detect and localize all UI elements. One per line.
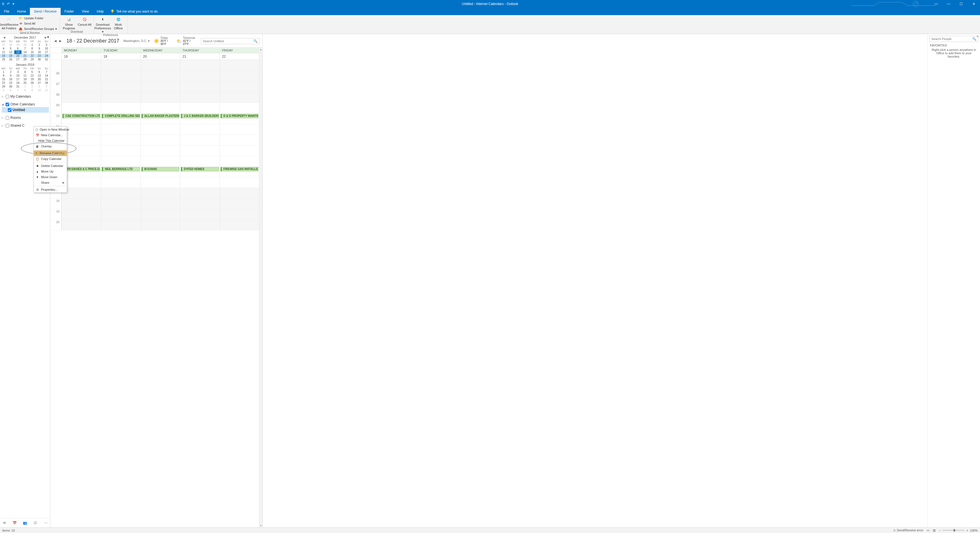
minical-day[interactable]: 30 <box>36 57 43 61</box>
time-slot[interactable] <box>101 199 140 209</box>
time-slot[interactable] <box>220 209 259 220</box>
minical-day[interactable]: 25 <box>0 57 7 61</box>
time-slot[interactable] <box>101 81 140 92</box>
untitled-checkbox[interactable] <box>8 108 11 112</box>
download-preferences-button[interactable]: ⬇Download Preferences▾ <box>95 16 110 34</box>
rooms-checkbox[interactable] <box>6 116 9 120</box>
tell-me-search[interactable]: 💡 Tell me what you want to do <box>110 8 158 15</box>
shared-checkbox[interactable] <box>6 124 9 128</box>
calendar-event[interactable]: DYFED HOMES <box>181 167 219 171</box>
time-slot[interactable] <box>180 135 219 145</box>
hour-row[interactable]: 11 <box>50 124 259 135</box>
time-slot[interactable] <box>62 177 101 188</box>
time-slot[interactable] <box>220 145 259 156</box>
minical-day[interactable]: 28 <box>22 57 29 61</box>
minical-day[interactable]: 8 <box>29 47 36 50</box>
minical-day[interactable]: 22 <box>0 81 7 85</box>
hour-row[interactable]: 09 <box>50 103 259 113</box>
search-icon[interactable]: 🔍 <box>972 37 976 41</box>
vertical-scrollbar[interactable]: ▲ ▼ <box>259 48 262 527</box>
hour-row[interactable] <box>50 156 259 167</box>
time-slot[interactable] <box>180 71 219 81</box>
minical-day[interactable]: 15 <box>0 77 7 81</box>
minical-day[interactable]: 5 <box>29 70 36 74</box>
time-slot[interactable] <box>140 145 180 156</box>
update-folder-button[interactable]: 📁Update Folder <box>18 16 58 21</box>
ctx-delete[interactable]: ✖Delete Calendar <box>34 163 67 169</box>
minical-day[interactable]: 23 <box>7 81 14 85</box>
tab-send-receive[interactable]: Send / Receive <box>30 8 60 15</box>
minical-day[interactable]: 8 <box>0 74 7 77</box>
minical-day[interactable]: 4 <box>0 47 7 50</box>
zoom-control[interactable]: − + 100% <box>939 529 978 532</box>
show-progress-button[interactable]: 📊Show Progress <box>62 16 76 30</box>
qat-undo-icon[interactable]: ↶ <box>7 2 10 6</box>
tab-home[interactable]: Home <box>13 8 30 15</box>
minical-day[interactable]: 14 <box>43 74 50 77</box>
tab-help[interactable]: Help <box>93 8 108 15</box>
minical-day[interactable]: 1 <box>22 85 29 88</box>
minical-day[interactable]: 10 <box>14 74 22 77</box>
zoom-in-icon[interactable]: + <box>966 529 968 532</box>
hour-row[interactable]: 10CAE CONSTRUCTION LTDCOMPLETE DRILLING … <box>50 113 259 124</box>
minical-day[interactable]: 2 <box>29 85 36 88</box>
tree-other-calendars[interactable]: ◢Other Calendars <box>2 102 49 107</box>
tree-untitled[interactable]: Untitled <box>2 107 49 113</box>
time-slot[interactable] <box>220 81 259 92</box>
time-slot[interactable]: D & D PROPERTY MAINTENANC <box>220 113 259 124</box>
time-slot[interactable] <box>180 188 219 198</box>
time-slot[interactable] <box>101 177 140 188</box>
minical-day[interactable]: 16 <box>7 77 14 81</box>
work-offline-button[interactable]: 🌐Work Offline <box>111 16 126 30</box>
tree-my-calendars[interactable]: ▷My Calendars <box>2 94 49 99</box>
time-slot[interactable]: FIREWISE GAS INSTALLER <box>220 167 259 177</box>
close-people-pane-icon[interactable]: ✕ <box>976 35 979 38</box>
minical-day[interactable]: 19 <box>29 77 36 81</box>
ctx-hide[interactable]: Hide This Calendar <box>34 138 67 144</box>
ctx-overlay[interactable]: ◧Overlay <box>34 144 67 149</box>
tab-file[interactable]: File <box>0 8 13 15</box>
calendar-event[interactable]: LYN DAVIES & C PRICE-DAVIES <box>62 167 100 171</box>
minical-day[interactable]: 9 <box>36 47 43 50</box>
status-error[interactable]: ⚠ Send/Receive error <box>893 528 923 532</box>
hour-row[interactable]: 17 <box>50 188 259 199</box>
hour-row[interactable]: 18 <box>50 199 259 209</box>
time-slot[interactable] <box>180 177 219 188</box>
calendar-event[interactable]: M EVANS <box>142 167 179 171</box>
ctx-properties[interactable]: ☰Properties... <box>34 187 67 192</box>
next-week-icon[interactable]: ▶ <box>58 39 62 43</box>
time-slot[interactable] <box>62 103 101 113</box>
minical-next-icon[interactable]: ▶ <box>43 36 48 39</box>
minical-day[interactable]: 18 <box>0 54 7 57</box>
minical-day[interactable]: 5 <box>0 88 7 92</box>
time-slot[interactable] <box>140 199 180 209</box>
time-slot[interactable] <box>101 92 140 103</box>
allday-row[interactable] <box>50 60 259 71</box>
date-monday[interactable]: 18 <box>62 53 101 59</box>
time-slot[interactable] <box>101 124 140 134</box>
calendar-event[interactable]: CAE CONSTRUCTION LTD <box>62 114 100 118</box>
send-all-button[interactable]: ✉Send All <box>18 21 58 26</box>
minical-day[interactable]: 12 <box>29 74 36 77</box>
minical-day[interactable]: 1 <box>0 70 7 74</box>
people-search[interactable]: 🔍 <box>929 36 978 42</box>
view-reading-icon[interactable]: ▥ <box>933 528 935 532</box>
time-slot[interactable] <box>220 188 259 198</box>
time-slot[interactable] <box>62 220 101 230</box>
date-friday[interactable]: 22 <box>220 53 259 59</box>
time-slot[interactable] <box>101 135 140 145</box>
time-slot[interactable] <box>180 220 219 230</box>
time-slot[interactable] <box>220 124 259 134</box>
time-slot[interactable]: CAE CONSTRUCTION LTD <box>62 113 101 124</box>
time-slot[interactable] <box>220 71 259 81</box>
time-slot[interactable] <box>101 209 140 220</box>
minical-day[interactable]: 17 <box>43 50 50 54</box>
minical-day[interactable]: 28 <box>7 43 14 47</box>
hour-row[interactable]: 08 <box>50 92 259 103</box>
qat-save-icon[interactable]: ⎘ <box>2 2 4 6</box>
minical-day[interactable]: 27 <box>0 43 7 47</box>
time-slot[interactable] <box>62 135 101 145</box>
minical-day[interactable]: 1 <box>29 43 36 47</box>
time-slot[interactable]: COMPLETE DRILLING SERVICES <box>101 113 140 124</box>
minical-day[interactable]: 25 <box>22 81 29 85</box>
